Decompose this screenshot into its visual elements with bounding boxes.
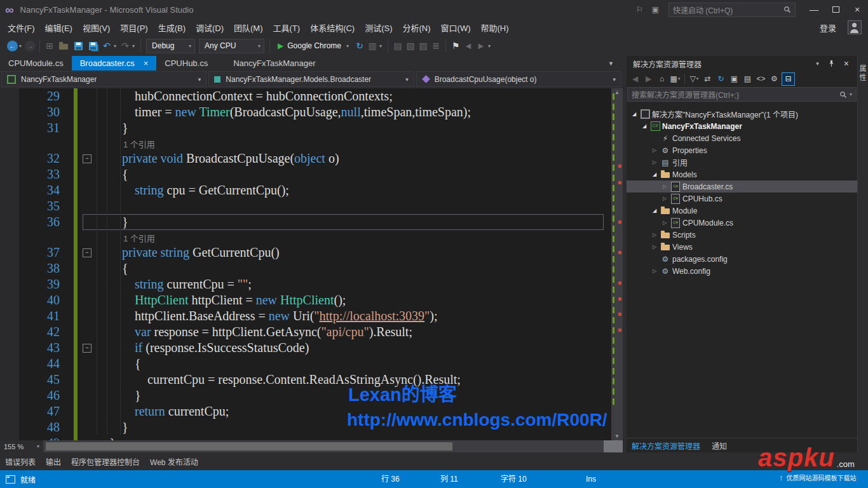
browser-link-icon[interactable]: ▥ (366, 41, 379, 51)
menu-item-2[interactable]: 编辑(E) (40, 20, 78, 36)
type-dropdown[interactable]: NancyFxTaskManager.Models.Broadcaster ▾ (208, 71, 414, 87)
tree-item-views[interactable]: ▷Views (627, 241, 857, 253)
find-in-files-icon[interactable]: ▤ (391, 41, 404, 51)
collapse-arrow-icon[interactable]: ◢ (649, 172, 660, 177)
chevron-down-icon[interactable]: ▾ (850, 92, 852, 97)
zoom-control[interactable]: 155 % ▾ (0, 440, 43, 452)
menu-item-9[interactable]: 体系结构(C) (305, 20, 360, 36)
tree-item-引用[interactable]: ▷▤引用 (627, 156, 857, 168)
panel-tab-解决方案资源管理器[interactable]: 解决方案资源管理器 (632, 440, 700, 451)
redo-icon[interactable]: ↷ (119, 41, 132, 51)
collapse-region-icon[interactable]: − (83, 248, 92, 257)
expand-arrow-icon[interactable]: ▷ (649, 244, 660, 250)
save-all-icon[interactable] (89, 42, 97, 50)
search-icon[interactable] (839, 91, 847, 98)
menu-item-13[interactable]: 帮助(H) (476, 20, 514, 36)
tree-item-module[interactable]: ◢Module (627, 205, 857, 217)
close-button[interactable]: × (846, 0, 868, 19)
tree-item-models[interactable]: ◢Models (627, 168, 857, 180)
home-icon[interactable]: ⌂ (656, 73, 668, 85)
decrease-indent-icon[interactable]: ≣ (430, 41, 442, 51)
undo-icon[interactable]: ↶ (100, 41, 113, 51)
code-text[interactable]: httpClient.BaseAddress = new Uri("http:/… (97, 308, 604, 324)
scroll-down-icon[interactable]: ▼ (611, 433, 623, 439)
tree-item-nancyfxtaskmanager[interactable]: ◢NancyFxTaskManager (627, 120, 857, 132)
expand-arrow-icon[interactable]: ▷ (660, 196, 670, 201)
code-text[interactable]: currentCpu = response.Content.ReadAsStri… (97, 372, 604, 388)
code-text[interactable]: } (97, 214, 604, 230)
bottom-tab-程序包管理器控制台[interactable]: 程序包管理器控制台 (71, 456, 140, 467)
bottom-tab-web-发布活动[interactable]: Web 发布活动 (150, 456, 198, 467)
tab-cpuhub-cs[interactable]: CPUHub.cs (156, 56, 216, 71)
back-icon[interactable]: ◀ (629, 73, 641, 85)
horizontal-scrollbar-track[interactable] (43, 440, 604, 452)
code-text[interactable] (97, 198, 604, 214)
pin-icon[interactable] (824, 60, 839, 67)
collapse-region-icon[interactable]: − (83, 344, 92, 353)
bottom-tab-输出[interactable]: 输出 (46, 456, 61, 467)
code-text[interactable]: var response = httpClient.GetAsync("api/… (97, 324, 604, 340)
quick-launch-search[interactable]: 快速启动 (Ctrl+Q) (668, 3, 796, 17)
code-text[interactable]: string currentCpu = ""; (97, 276, 604, 292)
restore-button[interactable] (825, 0, 846, 19)
nest-related-files-icon[interactable]: ▣ (728, 73, 740, 85)
close-panel-icon[interactable]: × (839, 58, 853, 69)
window-position-dropdown-icon[interactable]: ▾ (811, 60, 824, 67)
show-all-files-icon[interactable]: ▤ (742, 73, 754, 85)
tab-broadcaster-cs[interactable]: Broadcaster.cs× (72, 56, 157, 71)
code-text[interactable]: { (97, 356, 604, 372)
collapse-region-icon[interactable]: − (83, 154, 92, 163)
code-text[interactable]: string cpu = GetCurrentCpu(); (97, 182, 604, 198)
sync-with-active-document-icon[interactable]: ⇄ (702, 73, 714, 85)
redo-dropdown-icon[interactable]: ▾ (132, 43, 135, 49)
notifications-flag-icon[interactable]: ⚐ (636, 5, 643, 14)
collapse-arrow-icon[interactable]: ◢ (629, 111, 639, 117)
expand-arrow-icon[interactable]: ▷ (660, 220, 670, 226)
expand-arrow-icon[interactable]: ▷ (649, 268, 660, 274)
code-text[interactable]: } (97, 419, 604, 435)
toggle-bookmark-icon[interactable]: ⚑ (449, 41, 462, 51)
tree-item-cpumodule-cs[interactable]: ▷CPUModule.cs (627, 217, 857, 229)
comment-lines-icon[interactable]: ▧ (404, 41, 417, 51)
navigate-backward-dropdown-icon[interactable]: ▾ (19, 43, 22, 49)
code-text[interactable]: HttpClient httpClient = new HttpClient()… (97, 292, 604, 308)
previous-bookmark-icon[interactable]: ◄ (462, 41, 475, 51)
user-avatar-icon[interactable] (848, 20, 862, 34)
minimize-button[interactable]: — (803, 0, 825, 19)
member-dropdown[interactable]: BroadcastCpuUsage(object o) ▾ (416, 71, 621, 87)
tree-item-解决方案-nancyfxtaskmanager-1-个项目[interactable]: ◢解决方案"NancyFxTaskManager"(1 个项目) (627, 108, 857, 120)
expand-arrow-icon[interactable]: ▷ (649, 159, 660, 165)
uncomment-lines-icon[interactable]: ▨ (417, 41, 430, 51)
tab-cpumodule-cs[interactable]: CPUModule.cs (0, 56, 72, 71)
tree-item-cpuhub-cs[interactable]: ▷CPUHub.cs (627, 193, 857, 205)
panel-tab-通知[interactable]: 通知 (712, 440, 727, 451)
browser-link-dropdown-icon[interactable]: ▾ (379, 43, 382, 49)
menu-item-5[interactable]: 生成(B) (153, 20, 191, 36)
refresh-icon[interactable]: ↻ (715, 73, 727, 85)
collapse-arrow-icon[interactable]: ◢ (639, 123, 649, 129)
tree-item-packages-config[interactable]: ⚙packages.config (627, 253, 857, 265)
sign-in-link[interactable]: 登录 (820, 22, 836, 34)
expand-arrow-icon[interactable]: ▷ (660, 184, 670, 189)
forward-icon[interactable]: ▶ (642, 73, 654, 85)
solution-search-box[interactable]: 搜索解决方案资源管理器(Ctrl+;) ▾ (627, 87, 857, 102)
code-text[interactable]: { (97, 166, 604, 182)
tree-item-scripts[interactable]: ▷Scripts (627, 229, 857, 241)
feedback-icon[interactable]: ▣ (652, 5, 659, 14)
menu-item-11[interactable]: 分析(N) (398, 20, 436, 36)
code-text[interactable]: if (response.IsSuccessStatusCode) (97, 340, 604, 356)
code-text[interactable]: timer = new Timer(BroadcastCpuUsage,null… (97, 104, 604, 120)
menu-item-12[interactable]: 窗口(W) (436, 20, 476, 36)
solution-platforms-combo[interactable]: Any CPU▾ (199, 39, 264, 53)
open-folder-icon[interactable] (59, 44, 68, 50)
solution-configurations-combo[interactable]: Debug▾ (146, 39, 195, 53)
save-icon[interactable] (74, 42, 83, 50)
code-text[interactable]: return currentCpu; (97, 403, 604, 419)
pending-changes-filter-icon[interactable]: ▽▾ (688, 73, 700, 85)
horizontal-scrollbar-thumb[interactable] (46, 442, 452, 451)
tree-item-broadcaster-cs[interactable]: ▷Broadcaster.cs (627, 180, 857, 193)
expand-arrow-icon[interactable]: ▷ (649, 232, 660, 238)
code-text[interactable]: private string GetCurrentCpu() (97, 245, 604, 261)
code-text[interactable]: 1 个引用 (97, 136, 604, 151)
navigate-backward-icon[interactable]: ← (7, 41, 18, 51)
